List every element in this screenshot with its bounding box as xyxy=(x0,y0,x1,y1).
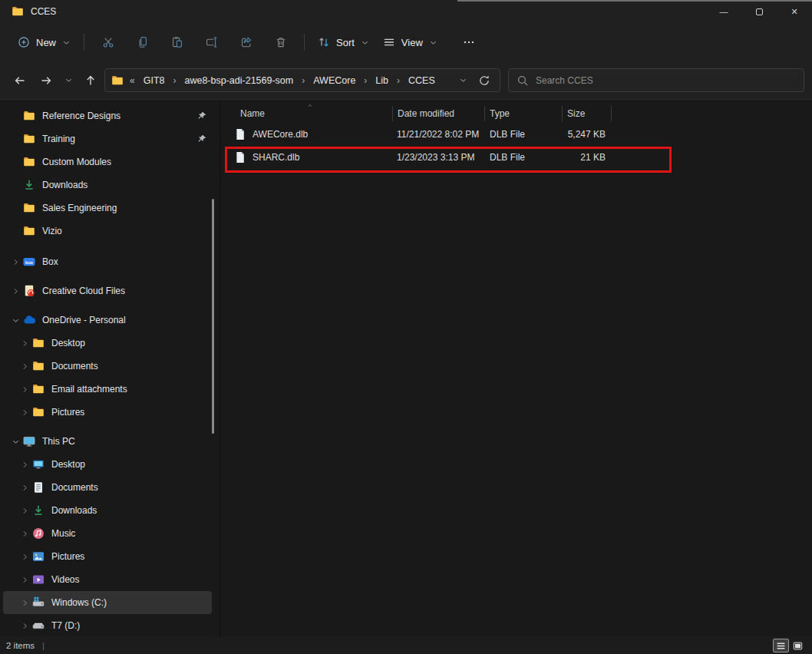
delete-button[interactable] xyxy=(263,28,298,56)
breadcrumb-cces[interactable]: CCES xyxy=(404,74,439,88)
chevron-right-icon[interactable] xyxy=(21,461,29,469)
desktop-monitor-icon xyxy=(32,458,45,471)
back-button[interactable] xyxy=(8,69,32,92)
sidebar-item-label: Pictures xyxy=(51,407,84,418)
sidebar-item-onedrive-documents[interactable]: Documents xyxy=(3,355,212,378)
breadcrumb-awe8-bsp-adi-21569-som[interactable]: awe8-bsp-adi-21569-som xyxy=(180,74,297,88)
sidebar-item-custom-modules[interactable]: Custom Modules xyxy=(3,150,212,173)
sidebar-item-pc-pictures[interactable]: Pictures xyxy=(3,545,212,568)
sidebar-item-label: Downloads xyxy=(42,180,87,190)
chevron-right-icon[interactable] xyxy=(21,385,29,394)
sidebar-item-pc-downloads[interactable]: Downloads xyxy=(3,499,212,522)
view-button[interactable]: View xyxy=(376,28,444,56)
copy-button[interactable] xyxy=(125,28,160,56)
minimize-button[interactable]: — xyxy=(706,0,741,23)
chevron-down-icon xyxy=(361,38,369,47)
chevron-right-icon[interactable] xyxy=(21,576,29,584)
explorer-tab[interactable]: CCES xyxy=(0,0,56,23)
box-logo-icon xyxy=(23,256,35,268)
sidebar-item-onedrive-pictures[interactable]: Pictures xyxy=(3,401,212,424)
sidebar-item-label: Pictures xyxy=(51,551,84,562)
sidebar-item-label: Vizio xyxy=(42,226,62,236)
sidebar-item-creative-cloud-files[interactable]: Creative Cloud Files xyxy=(3,279,212,302)
sidebar-item-label: Videos xyxy=(51,574,79,585)
pin-icon[interactable] xyxy=(196,134,207,144)
download-icon xyxy=(23,179,35,191)
details-view-icon xyxy=(776,641,786,651)
paste-icon xyxy=(171,36,183,48)
command-toolbar: New Sort View xyxy=(0,23,812,61)
paste-button[interactable] xyxy=(160,28,194,56)
chevron-right-icon[interactable] xyxy=(21,408,29,417)
sidebar-item-vizio[interactable]: Vizio xyxy=(3,220,212,243)
sidebar-item-onedrive-desktop[interactable]: Desktop xyxy=(3,332,212,355)
folder-icon xyxy=(32,406,45,418)
forward-button[interactable] xyxy=(34,69,58,92)
cut-button[interactable] xyxy=(91,28,125,56)
column-header-date-modified[interactable]: Date modified xyxy=(393,106,485,121)
column-header-size[interactable]: Size xyxy=(563,106,612,121)
chevron-down-icon[interactable] xyxy=(12,316,20,325)
sidebar-scrollbar-thumb[interactable] xyxy=(212,199,214,434)
sidebar-item-t7-d[interactable]: T7 (D:) xyxy=(3,614,212,637)
breadcrumb-git8[interactable]: GIT8 xyxy=(140,74,169,88)
chevron-right-icon[interactable] xyxy=(21,484,29,492)
chevron-right-icon[interactable] xyxy=(21,530,29,538)
sidebar-item-onedrive-personal[interactable]: OneDrive - Personal xyxy=(3,309,212,332)
folder-icon xyxy=(32,360,45,372)
chevron-right-icon[interactable] xyxy=(12,287,20,296)
chevron-right-icon[interactable] xyxy=(21,622,29,630)
sidebar-item-this-pc[interactable]: This PC xyxy=(3,430,212,453)
details-view-toggle[interactable] xyxy=(773,639,789,652)
sidebar-item-videos[interactable]: Videos xyxy=(3,568,212,591)
chevron-down-icon xyxy=(62,38,71,47)
rename-icon xyxy=(206,36,218,48)
column-header-type[interactable]: Type xyxy=(485,106,563,121)
refresh-button[interactable] xyxy=(475,71,493,90)
pin-icon[interactable] xyxy=(196,111,207,121)
rename-button[interactable] xyxy=(194,28,229,56)
more-options-button[interactable] xyxy=(454,28,484,56)
chevron-right-icon[interactable] xyxy=(21,362,29,371)
sidebar-item-training[interactable]: Training xyxy=(3,127,212,150)
sidebar-item-windows-c[interactable]: Windows (C:) xyxy=(3,591,212,614)
new-button[interactable]: New xyxy=(11,28,78,56)
share-button[interactable] xyxy=(229,28,263,56)
sidebar-item-music[interactable]: Music xyxy=(3,522,212,545)
toolbar-divider xyxy=(84,34,84,51)
chevron-down-icon[interactable] xyxy=(12,438,20,446)
sidebar-item-box[interactable]: Box xyxy=(3,250,212,273)
sort-ascending-caret-icon xyxy=(305,102,315,109)
address-bar[interactable]: « GIT8 › awe8-bsp-adi-21569-som › AWECor… xyxy=(104,68,500,92)
sidebar-item-label: Downloads xyxy=(51,505,97,516)
close-button[interactable]: ✕ xyxy=(777,0,812,23)
search-box[interactable] xyxy=(508,68,804,92)
file-row-awecore-dlb[interactable]: AWECore.dlb 11/21/2022 8:02 PM DLB File … xyxy=(221,123,812,146)
sidebar-item-pc-desktop[interactable]: Desktop xyxy=(3,453,212,476)
thumbnails-view-toggle[interactable] xyxy=(790,639,806,652)
breadcrumb-awecore[interactable]: AWECore xyxy=(309,74,359,88)
chevron-right-icon[interactable] xyxy=(21,599,29,607)
chevron-right-icon[interactable] xyxy=(21,553,29,561)
maximize-icon xyxy=(756,8,763,15)
pictures-icon xyxy=(32,550,45,563)
chevron-right-icon[interactable] xyxy=(21,339,29,348)
sidebar-item-pc-documents[interactable]: Documents xyxy=(3,476,212,499)
chevron-right-icon[interactable] xyxy=(21,507,29,515)
up-button[interactable] xyxy=(78,69,103,92)
search-input[interactable] xyxy=(536,75,796,86)
sidebar-item-reference-designs[interactable]: Reference Designs xyxy=(3,104,212,127)
sidebar-item-sales-engineering[interactable]: Sales Engineering xyxy=(3,197,212,220)
recent-locations-button[interactable] xyxy=(60,69,77,92)
breadcrumb-lib[interactable]: Lib xyxy=(371,74,392,88)
sort-button[interactable]: Sort xyxy=(311,28,376,56)
chevron-right-icon[interactable] xyxy=(12,258,20,266)
document-icon xyxy=(32,481,45,494)
sidebar-item-email-attachments[interactable]: Email attachments xyxy=(3,378,212,401)
maximize-button[interactable] xyxy=(741,0,777,23)
breadcrumb-overflow-chevron[interactable]: « xyxy=(130,75,135,86)
sidebar-item-label: Creative Cloud Files xyxy=(42,286,125,296)
address-dropdown-button[interactable] xyxy=(454,71,472,90)
chevron-down-icon xyxy=(459,76,467,84)
sidebar-item-downloads-quick[interactable]: Downloads xyxy=(3,173,212,197)
